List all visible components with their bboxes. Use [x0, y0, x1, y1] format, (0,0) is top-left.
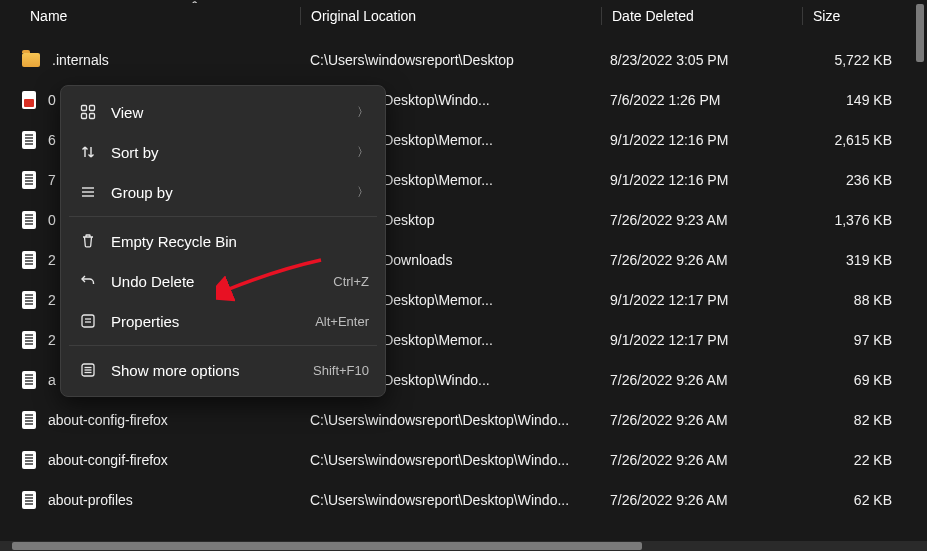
file-date: 7/26/2022 9:26 AM	[610, 252, 728, 268]
file-name: 6	[48, 132, 56, 148]
svg-rect-2	[82, 114, 87, 119]
text-file-icon	[22, 211, 36, 229]
grid-icon	[77, 104, 99, 120]
context-menu: View 〉 Sort by 〉 Group by 〉 Empty Recycl…	[60, 85, 386, 397]
menu-undo-delete[interactable]: Undo Delete Ctrl+Z	[67, 261, 379, 301]
table-row[interactable]: about-config-firefoxC:\Users\windowsrepo…	[0, 400, 927, 440]
file-date: 7/26/2022 9:23 AM	[610, 212, 728, 228]
svg-rect-3	[90, 114, 95, 119]
chevron-right-icon: 〉	[357, 184, 369, 201]
menu-label: Undo Delete	[111, 273, 333, 290]
file-date: 9/1/2022 12:17 PM	[610, 332, 728, 348]
file-size: 88 KB	[854, 292, 892, 308]
column-label: Original Location	[311, 8, 416, 24]
vertical-scrollbar[interactable]	[916, 4, 924, 62]
file-size: 319 KB	[846, 252, 892, 268]
column-header-location[interactable]: Original Location	[301, 8, 601, 24]
svg-rect-7	[82, 315, 94, 327]
menu-label: Properties	[111, 313, 315, 330]
trash-icon	[77, 233, 99, 249]
file-name: 7	[48, 172, 56, 188]
file-location: C:\Users\windowsreport\Desktop\Windo...	[310, 452, 569, 468]
file-name: a	[48, 372, 56, 388]
column-label: Size	[813, 8, 840, 24]
menu-label: Sort by	[111, 144, 357, 161]
file-date: 7/26/2022 9:26 AM	[610, 372, 728, 388]
svg-rect-0	[82, 106, 87, 111]
file-date: 9/1/2022 12:17 PM	[610, 292, 728, 308]
file-name: about-congif-firefox	[48, 452, 168, 468]
menu-show-more-options[interactable]: Show more options Shift+F10	[67, 350, 379, 390]
table-row[interactable]: about-congif-firefoxC:\Users\windowsrepo…	[0, 440, 927, 480]
folder-icon	[22, 53, 40, 67]
file-date: 9/1/2022 12:16 PM	[610, 172, 728, 188]
file-size: 82 KB	[854, 412, 892, 428]
chevron-right-icon: 〉	[357, 144, 369, 161]
properties-icon	[77, 313, 99, 329]
file-location: C:\Users\windowsreport\Desktop\Windo...	[310, 492, 569, 508]
file-name: 0	[48, 92, 56, 108]
file-location: C:\Users\windowsreport\Desktop	[310, 52, 514, 68]
file-date: 7/6/2022 1:26 PM	[610, 92, 721, 108]
text-file-icon	[22, 491, 36, 509]
file-name: 0	[48, 212, 56, 228]
file-name: .internals	[52, 52, 109, 68]
file-name: about-config-firefox	[48, 412, 168, 428]
file-date: 7/26/2022 9:26 AM	[610, 492, 728, 508]
sort-ascending-icon: ˆ	[192, 1, 197, 12]
file-location: C:\Users\windowsreport\Desktop\Windo...	[310, 412, 569, 428]
undo-icon	[77, 273, 99, 289]
column-header-date[interactable]: Date Deleted	[602, 8, 802, 24]
menu-properties[interactable]: Properties Alt+Enter	[67, 301, 379, 341]
file-size: 22 KB	[854, 452, 892, 468]
file-size: 236 KB	[846, 172, 892, 188]
text-file-icon	[22, 331, 36, 349]
file-size: 97 KB	[854, 332, 892, 348]
more-options-icon	[77, 362, 99, 378]
menu-empty-recycle-bin[interactable]: Empty Recycle Bin	[67, 221, 379, 261]
column-label: Date Deleted	[612, 8, 694, 24]
menu-separator	[69, 216, 377, 217]
text-file-icon	[22, 411, 36, 429]
menu-label: View	[111, 104, 357, 121]
text-file-icon	[22, 371, 36, 389]
text-file-icon	[22, 171, 36, 189]
column-header-name[interactable]: Name ˆ	[0, 8, 300, 24]
menu-shortcut: Shift+F10	[313, 363, 369, 378]
menu-separator	[69, 345, 377, 346]
file-size: 1,376 KB	[834, 212, 892, 228]
menu-label: Show more options	[111, 362, 313, 379]
file-name: 2	[48, 292, 56, 308]
file-size: 2,615 KB	[834, 132, 892, 148]
text-file-icon	[22, 251, 36, 269]
horizontal-scrollbar[interactable]	[12, 542, 642, 550]
pdf-file-icon	[22, 91, 36, 109]
table-row[interactable]: about-profilesC:\Users\windowsreport\Des…	[0, 480, 927, 520]
text-file-icon	[22, 291, 36, 309]
menu-label: Group by	[111, 184, 357, 201]
file-date: 9/1/2022 12:16 PM	[610, 132, 728, 148]
sort-icon	[77, 144, 99, 160]
file-date: 7/26/2022 9:26 AM	[610, 412, 728, 428]
file-name: 2	[48, 332, 56, 348]
file-size: 69 KB	[854, 372, 892, 388]
file-size: 62 KB	[854, 492, 892, 508]
column-label: Name	[30, 8, 67, 24]
file-size: 149 KB	[846, 92, 892, 108]
file-date: 8/23/2022 3:05 PM	[610, 52, 728, 68]
column-header-size[interactable]: Size	[803, 8, 923, 24]
file-name: 2	[48, 252, 56, 268]
menu-shortcut: Alt+Enter	[315, 314, 369, 329]
menu-view[interactable]: View 〉	[67, 92, 379, 132]
file-date: 7/26/2022 9:26 AM	[610, 452, 728, 468]
table-row[interactable]: .internalsC:\Users\windowsreport\Desktop…	[0, 40, 927, 80]
menu-group-by[interactable]: Group by 〉	[67, 172, 379, 212]
menu-label: Empty Recycle Bin	[111, 233, 369, 250]
column-header-row: Name ˆ Original Location Date Deleted Si…	[0, 0, 927, 32]
svg-rect-1	[90, 106, 95, 111]
menu-sort-by[interactable]: Sort by 〉	[67, 132, 379, 172]
text-file-icon	[22, 131, 36, 149]
file-size: 5,722 KB	[834, 52, 892, 68]
text-file-icon	[22, 451, 36, 469]
group-icon	[77, 184, 99, 200]
